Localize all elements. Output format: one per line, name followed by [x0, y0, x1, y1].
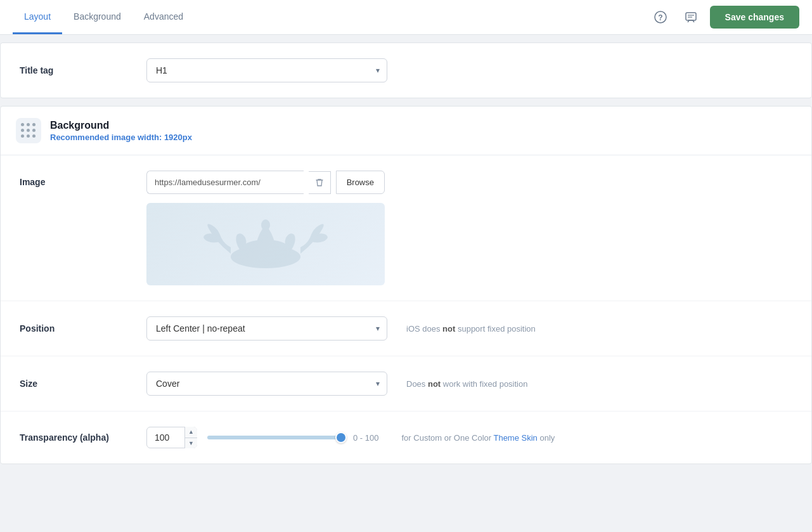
title-tag-select-wrapper: H1 H2 H3 H4 H5 H6 p div ▾: [146, 58, 387, 82]
position-hint-prefix: iOS does: [406, 324, 442, 334]
size-select[interactable]: Cover Contain Auto 100% auto: [146, 372, 387, 396]
tab-advanced[interactable]: Advanced: [132, 0, 195, 34]
position-select[interactable]: Left Center | no-repeat Center Center | …: [146, 316, 387, 341]
browse-button[interactable]: Browse: [336, 171, 385, 194]
transparency-hint: for Custom or One Color Theme Skin only: [401, 433, 555, 443]
image-input-area: Browse: [146, 171, 385, 285]
background-section-title: Background: [50, 120, 192, 131]
position-select-wrapper: Left Center | no-repeat Center Center | …: [146, 316, 387, 341]
spinner-up-button[interactable]: ▲: [185, 427, 197, 438]
svg-point-12: [277, 257, 280, 261]
position-label: Position: [20, 323, 146, 334]
size-hint-suffix: work with fixed position: [441, 379, 527, 389]
transparency-group: ▲ ▼ 0 - 100 for Custom or One Color Them…: [146, 427, 555, 448]
title-tag-select[interactable]: H1 H2 H3 H4 H5 H6 p div: [146, 58, 387, 82]
subtitle-value: 1920px: [164, 133, 192, 142]
tab-layout-label: Layout: [24, 11, 51, 22]
browse-label: Browse: [347, 178, 374, 187]
main-content: Title tag H1 H2 H3 H4 H5 H6 p div ▾: [0, 42, 812, 464]
transparency-hint-suffix: only: [538, 433, 555, 443]
tab-background[interactable]: Background: [62, 0, 132, 34]
svg-point-9: [261, 219, 270, 231]
subtitle-prefix: Recommended image width:: [50, 133, 164, 142]
tab-background-label: Background: [74, 11, 121, 22]
save-changes-button[interactable]: Save changes: [710, 6, 799, 29]
help-icon: ?: [654, 11, 667, 23]
size-control: Cover Contain Auto 100% auto ▾: [146, 372, 387, 396]
image-delete-button[interactable]: [309, 171, 331, 194]
position-hint-bold: not: [442, 324, 455, 334]
tab-layout[interactable]: Layout: [13, 0, 62, 34]
size-hint: Does not work with fixed position: [406, 379, 527, 389]
svg-point-11: [252, 257, 255, 261]
messages-icon: [685, 11, 697, 23]
image-label: Image: [20, 171, 146, 187]
spinner-arrows: ▲ ▼: [184, 427, 197, 448]
image-input-group: Browse: [146, 171, 385, 194]
background-section: Background Recommended image width: 1920…: [0, 106, 812, 464]
svg-point-8: [316, 234, 326, 242]
svg-point-13: [242, 254, 245, 256]
help-button[interactable]: ?: [649, 6, 672, 29]
size-hint-prefix: Does: [406, 379, 428, 389]
transparency-hint-prefix: for Custom or One Color: [401, 433, 493, 443]
transparency-number-wrapper: ▲ ▼: [146, 427, 197, 448]
trash-icon: [315, 178, 324, 187]
image-row-content: Image Browse: [20, 171, 792, 285]
image-row: Image Browse: [1, 155, 811, 301]
title-tag-control: H1 H2 H3 H4 H5 H6 p div ▾: [146, 58, 387, 82]
tab-advanced-label: Advanced: [144, 11, 183, 22]
size-hint-bold: not: [428, 379, 441, 389]
background-section-header: Background Recommended image width: 1920…: [1, 107, 811, 155]
background-section-titles: Background Recommended image width: 1920…: [50, 120, 192, 142]
image-url-input[interactable]: [146, 171, 304, 194]
title-tag-section: Title tag H1 H2 H3 H4 H5 H6 p div ▾: [0, 42, 812, 98]
image-preview: [146, 203, 385, 285]
title-tag-label: Title tag: [20, 65, 146, 75]
svg-text:?: ?: [658, 13, 662, 22]
grid-dots-icon: [21, 123, 36, 138]
tabs: Layout Background Advanced: [13, 0, 195, 34]
messages-button[interactable]: [680, 6, 702, 29]
position-hint: iOS does not support fixed position: [406, 324, 536, 334]
position-hint-suffix: support fixed position: [455, 324, 535, 334]
theme-skin-link[interactable]: Theme Skin: [493, 433, 537, 443]
preview-ornament-icon: [177, 209, 354, 279]
tab-bar: Layout Background Advanced ? Save change…: [0, 0, 812, 35]
size-select-wrapper: Cover Contain Auto 100% auto ▾: [146, 372, 387, 396]
transparency-range-label: 0 - 100: [353, 433, 378, 443]
svg-point-14: [287, 254, 289, 256]
position-control: Left Center | no-repeat Center Center | …: [146, 316, 387, 341]
title-tag-row: Title tag H1 H2 H3 H4 H5 H6 p div ▾: [1, 43, 811, 98]
size-label: Size: [20, 379, 146, 389]
transparency-row: Transparency (alpha) ▲ ▼ 0 - 100: [1, 412, 811, 464]
size-row: Size Cover Contain Auto 100% auto ▾ Does…: [1, 356, 811, 412]
svg-point-7: [205, 234, 215, 242]
svg-rect-2: [686, 13, 696, 20]
svg-point-10: [264, 258, 267, 262]
background-section-icon: [16, 118, 41, 143]
position-row: Position Left Center | no-repeat Center …: [1, 301, 811, 356]
spinner-down-button[interactable]: ▼: [185, 438, 197, 449]
transparency-label: Transparency (alpha): [20, 432, 146, 443]
transparency-controls: ▲ ▼ 0 - 100 for Custom or One Color Them…: [146, 427, 555, 448]
save-changes-label: Save changes: [725, 12, 784, 22]
background-section-subtitle: Recommended image width: 1920px: [50, 133, 192, 142]
range-wrapper: 0 - 100: [207, 433, 378, 443]
toolbar-actions: ? Save changes: [649, 6, 799, 29]
transparency-range-input[interactable]: [207, 436, 347, 439]
